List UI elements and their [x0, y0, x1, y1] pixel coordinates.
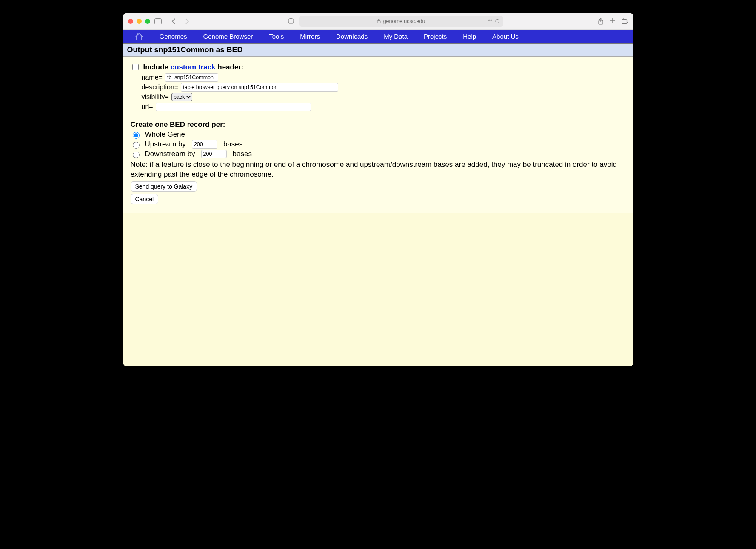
form-content: Include custom track header: name= descr… [123, 57, 633, 213]
empty-area [123, 213, 633, 366]
svg-rect-0 [155, 18, 162, 24]
browser-window: genome.ucsc.edu ᴬᴬ Genomes [123, 13, 633, 366]
nav-about-us[interactable]: About Us [492, 33, 519, 40]
sidebar-toggle-icon[interactable] [154, 17, 163, 26]
svg-rect-2 [377, 21, 380, 23]
nav-projects[interactable]: Projects [424, 33, 447, 40]
nav-genome-browser[interactable]: Genome Browser [203, 33, 253, 40]
visibility-select[interactable]: pack [171, 93, 192, 101]
safari-toolbar: genome.ucsc.edu ᴬᴬ [123, 13, 633, 30]
privacy-shield-icon[interactable] [286, 17, 296, 26]
address-bar[interactable]: genome.ucsc.edu ᴬᴬ [299, 16, 503, 27]
radio-downstream[interactable] [133, 152, 140, 158]
include-header-label: Include custom track header: [143, 63, 244, 71]
lock-icon [377, 19, 381, 23]
svg-rect-8 [622, 19, 627, 23]
description-input[interactable] [181, 83, 338, 92]
nav-mirrors[interactable]: Mirrors [300, 33, 320, 40]
home-icon[interactable] [135, 33, 143, 40]
name-label: name= [142, 74, 163, 81]
reload-icon[interactable] [495, 19, 500, 24]
radio-downstream-label: Downstream by [145, 150, 195, 158]
radio-downstream-suffix: bases [233, 150, 252, 158]
new-tab-icon[interactable] [610, 18, 616, 25]
minimize-window-button[interactable] [137, 19, 142, 24]
custom-track-link[interactable]: custom track [171, 63, 216, 71]
maximize-window-button[interactable] [145, 19, 150, 24]
main-nav: Genomes Genome Browser Tools Mirrors Dow… [123, 30, 633, 44]
nav-my-data[interactable]: My Data [384, 33, 408, 40]
visibility-label: visibility= [142, 93, 169, 101]
back-button[interactable] [169, 17, 178, 26]
reader-icon[interactable]: ᴬᴬ [488, 18, 492, 24]
url-label: url= [142, 103, 153, 111]
radio-upstream-label: Upstream by [145, 140, 186, 149]
close-window-button[interactable] [128, 19, 133, 24]
url-input[interactable] [156, 103, 311, 111]
radio-whole-gene[interactable] [133, 132, 140, 139]
upstream-bases-input[interactable] [192, 140, 217, 149]
page-title: Output snp151Common as BED [123, 44, 633, 57]
nav-help[interactable]: Help [463, 33, 476, 40]
radio-upstream-suffix: bases [223, 140, 242, 149]
share-icon[interactable] [598, 18, 604, 25]
radio-whole-gene-label: Whole Gene [145, 130, 185, 139]
nav-downloads[interactable]: Downloads [336, 33, 368, 40]
name-input[interactable] [165, 73, 218, 82]
submit-button[interactable]: Send query to Galaxy [131, 181, 197, 192]
include-header-checkbox[interactable] [132, 64, 139, 70]
forward-button[interactable] [183, 17, 192, 26]
downstream-bases-input[interactable] [201, 150, 227, 158]
cancel-button[interactable]: Cancel [131, 194, 159, 204]
nav-tools[interactable]: Tools [269, 33, 284, 40]
description-label: description= [142, 83, 179, 91]
window-controls [128, 19, 150, 24]
address-text: genome.ucsc.edu [383, 18, 425, 24]
tabs-icon[interactable] [622, 18, 628, 25]
radio-upstream[interactable] [133, 142, 140, 149]
truncation-note: Note: if a feature is close to the begin… [131, 160, 626, 180]
nav-genomes[interactable]: Genomes [160, 33, 187, 40]
bed-record-heading: Create one BED record per: [131, 120, 626, 129]
